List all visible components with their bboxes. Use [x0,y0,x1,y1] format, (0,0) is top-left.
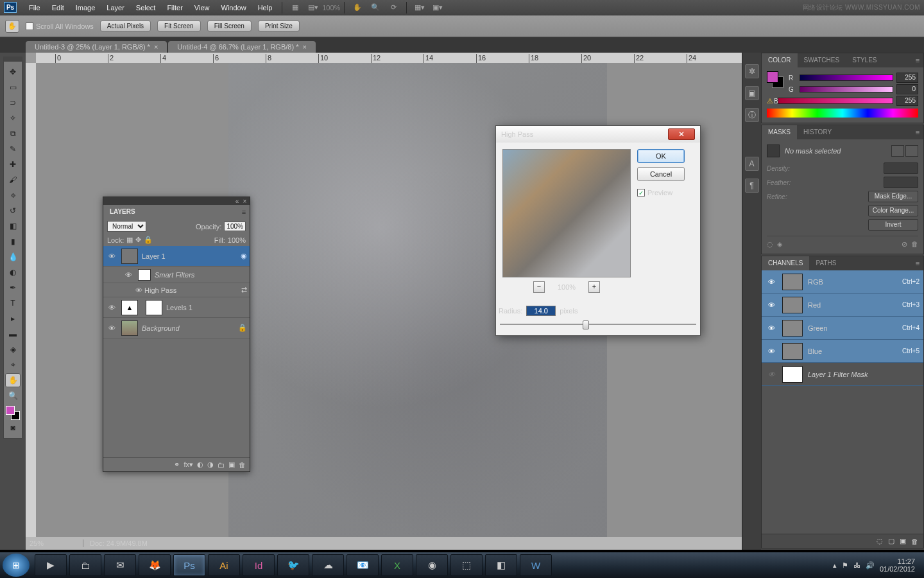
channel-rgb[interactable]: 👁RGBCtrl+2 [762,270,923,293]
tab-color[interactable]: COLOR [762,53,798,67]
visibility-icon[interactable]: 👁 [123,271,134,279]
adjustment-icon[interactable]: ◑ [207,460,214,469]
menu-view[interactable]: View [189,1,216,15]
start-button[interactable]: ⊞ [3,554,30,577]
visibility-icon[interactable]: 👁 [766,278,777,286]
r-value[interactable]: 255 [896,73,918,83]
taskbar-word[interactable]: W [520,554,552,576]
taskbar-app2[interactable]: ☁ [312,554,344,576]
disable-mask-icon[interactable]: ⊘ [902,240,907,249]
tab-masks[interactable]: MASKS [762,125,797,139]
visibility-icon[interactable]: 👁 [766,324,777,332]
fill-screen-button[interactable]: Fill Screen [207,21,252,31]
preview-checkbox[interactable]: ✓ [637,189,645,197]
spectrum-bar[interactable] [767,109,918,118]
link-icon[interactable]: ⚭ [174,460,180,469]
scroll-all-checkbox[interactable] [26,22,33,30]
taskbar-chrome[interactable]: ◉ [416,554,448,576]
taskbar-app4[interactable]: ◧ [485,554,517,576]
eyedropper-tool[interactable]: ✎ [5,142,21,156]
tray-up-icon[interactable]: ▴ [833,561,837,570]
zoom-in-button[interactable]: + [588,281,600,293]
tab-channels[interactable]: CHANNELS [762,256,809,270]
layer-layer1[interactable]: 👁Layer 1◉ [103,246,250,267]
new-layer-icon[interactable]: ▣ [228,460,235,469]
new-channel-icon[interactable]: ▣ [900,537,906,545]
taskbar-app3[interactable]: ⬚ [450,554,483,576]
type-tool[interactable]: T [5,296,21,310]
character-icon[interactable]: A [745,157,759,171]
menu-file[interactable]: File [23,1,46,15]
stamp-tool[interactable]: ⎆ [5,188,21,202]
lasso-tool[interactable]: ⊃ [5,96,21,110]
pen-tool[interactable]: ✒ [5,281,21,295]
menu-image[interactable]: Image [70,1,101,15]
visibility-icon[interactable]: 👁 [766,301,777,309]
close-icon[interactable]: × [154,43,158,51]
delete-channel-icon[interactable]: 🗑 [911,538,918,545]
visibility-icon[interactable]: 👁 [106,304,117,311]
channel-blue[interactable]: 👁BlueCtrl+5 [762,340,923,363]
channel-filtermask[interactable]: 👁Layer 1 Filter Mask [762,363,923,386]
menu-window[interactable]: Window [216,1,252,15]
heal-tool[interactable]: ✚ [5,157,21,171]
visibility-icon[interactable]: 👁 [135,286,144,294]
zoom-tool[interactable]: 🔍 [5,389,21,403]
blend-mode-select[interactable]: Normal [107,221,146,232]
pixel-mask-button[interactable] [891,145,904,157]
channel-green[interactable]: 👁GreenCtrl+4 [762,317,923,340]
opacity-field[interactable]: 100% [224,222,246,231]
zoom-icon[interactable]: 🔍 [368,2,382,13]
lock-position-icon[interactable]: ✥ [135,236,141,244]
close-icon[interactable]: × [302,43,306,51]
move-tool[interactable]: ✥ [5,65,21,79]
delete-layer-icon[interactable]: 🗑 [239,461,246,469]
ok-button[interactable]: OK [637,149,685,163]
apply-mask-icon[interactable]: ◈ [777,240,782,249]
visibility-icon[interactable]: 👁 [766,347,777,355]
blur-tool[interactable]: 💧 [5,250,21,264]
layer-levels[interactable]: 👁▲Levels 1 [103,297,250,318]
bridge-icon[interactable]: ▦ [288,2,302,13]
menu-filter[interactable]: Filter [161,1,188,15]
navigator-icon[interactable]: ✲ [745,64,759,78]
invert-button[interactable]: Invert [868,219,918,231]
history-brush-tool[interactable]: ↺ [5,204,21,218]
tab-layers[interactable]: LAYERS [103,205,142,219]
gradient-tool[interactable]: ▮ [5,234,21,249]
tab-paths[interactable]: PATHS [809,256,843,270]
menu-layer[interactable]: Layer [101,1,130,15]
collapse-icon[interactable]: « [234,198,240,204]
cancel-button[interactable]: Cancel [637,167,685,181]
panel-menu-icon[interactable]: ≡ [912,128,923,136]
lock-pixels-icon[interactable]: ▦ [126,236,133,244]
paragraph-icon[interactable]: ¶ [745,179,759,193]
tab-styles[interactable]: STYLES [846,53,883,67]
fx-icon[interactable]: fx▾ [184,460,193,469]
zoom-level[interactable]: 100% [324,2,338,13]
layer-highpass[interactable]: 👁High Pass⇄ [103,283,250,297]
mask-edge-button[interactable]: Mask Edge... [868,191,918,202]
tab-history[interactable]: HISTORY [797,125,838,139]
fill-field[interactable]: 100% [228,236,246,244]
density-field[interactable] [884,162,918,174]
visibility-icon[interactable]: 👁 [766,371,777,378]
lock-all-icon[interactable]: 🔒 [144,236,153,244]
b-value[interactable]: 255 [896,96,918,106]
menu-select[interactable]: Select [130,1,162,15]
tray-flag-icon[interactable]: ⚑ [842,561,848,570]
menu-edit[interactable]: Edit [46,1,70,15]
taskbar-excel[interactable]: X [381,554,413,576]
color-range-button[interactable]: Color Range... [868,205,918,216]
taskbar-app1[interactable]: 🐦 [277,554,309,576]
doc-info[interactable]: Doc: 24.9M/49.8M [83,539,154,547]
eraser-tool[interactable]: ◧ [5,219,21,233]
taskbar-thunderbird[interactable]: ✉ [104,554,136,576]
actual-pixels-button[interactable]: Actual Pixels [100,21,151,31]
crop-tool[interactable]: ⧉ [5,127,21,141]
zoom-out-button[interactable]: − [533,281,545,293]
feather-field[interactable] [884,177,918,188]
print-size-button[interactable]: Print Size [258,21,300,31]
radius-slider[interactable] [500,319,696,330]
panel-menu-icon[interactable]: ≡ [238,208,250,216]
